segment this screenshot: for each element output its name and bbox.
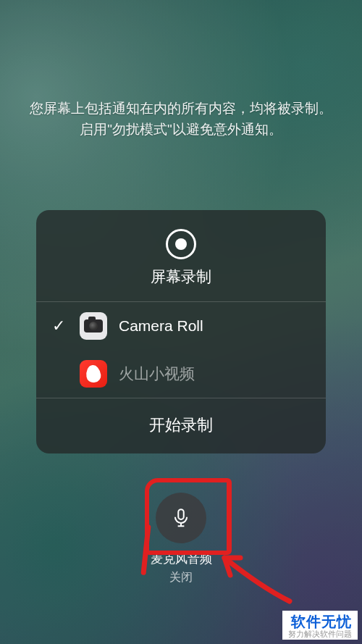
microphone-toggle-button[interactable] <box>156 493 206 543</box>
record-icon <box>166 229 196 259</box>
instruction-line1: 您屏幕上包括通知在内的所有内容，均将被录制。 <box>30 101 332 116</box>
checkmark-icon: ✓ <box>49 317 68 335</box>
instruction-text: 您屏幕上包括通知在内的所有内容，均将被录制。 启用"勿扰模式"以避免意外通知。 <box>0 98 362 141</box>
recording-target-huoshan[interactable]: 火山小视频 <box>36 350 326 398</box>
instruction-line2: 启用"勿扰模式"以避免意外通知。 <box>80 122 282 137</box>
watermark: 软件无忧 努力解决软件问题 <box>282 611 358 640</box>
option-label: 火山小视频 <box>119 364 195 384</box>
huoshan-icon <box>80 360 107 388</box>
microphone-icon <box>170 507 192 529</box>
screen-recording-panel: 屏幕录制 ✓ Camera Roll 火山小视频 开始录制 <box>36 210 326 453</box>
svg-rect-0 <box>178 509 184 519</box>
mic-label-text: 麦克风音频 <box>151 552 212 566</box>
watermark-subtitle: 努力解决软件问题 <box>288 630 352 638</box>
panel-header: 屏幕录制 <box>36 210 326 301</box>
camera-icon <box>80 312 107 340</box>
option-label: Camera Roll <box>119 317 203 335</box>
start-recording-button[interactable]: 开始录制 <box>36 398 326 453</box>
recording-target-camera-roll[interactable]: ✓ Camera Roll <box>36 302 326 350</box>
microphone-label: 麦克风音频 关闭 <box>151 551 212 585</box>
screen-background: 您屏幕上包括通知在内的所有内容，均将被录制。 启用"勿扰模式"以避免意外通知。 … <box>0 0 362 644</box>
mic-state-text: 关闭 <box>151 569 212 585</box>
watermark-title: 软件无忧 <box>288 614 352 630</box>
panel-title: 屏幕录制 <box>151 267 211 287</box>
